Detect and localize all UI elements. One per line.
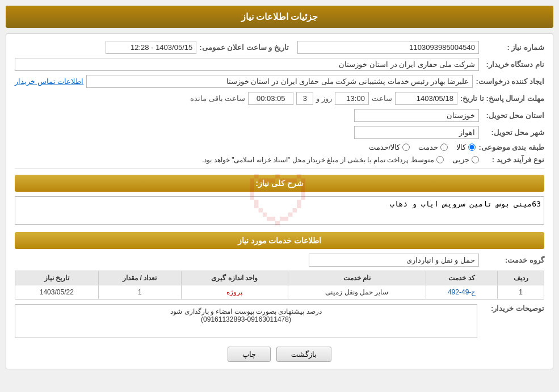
cell-index: 1 — [498, 285, 544, 300]
cell-name: سایر حمل ونقل زمینی — [288, 285, 426, 300]
print-button[interactable]: چاپ — [228, 347, 271, 362]
table-row: 1 ح-49-492 سایر حمل ونقل زمینی پروژه 1 1… — [15, 285, 544, 300]
buyer-notes-section: توصیحات خریدار: درصد پیشنهادی بصورت پیوس… — [15, 304, 544, 338]
creator-contact-link[interactable]: اطلاعات تماس خریدار — [15, 77, 83, 86]
section-need-description: شرح کلی نیاز: — [15, 175, 544, 192]
deadline-time: 13:00 — [335, 92, 369, 105]
divider-1 — [15, 168, 544, 169]
col-quantity: تعداد / مقدار — [98, 271, 181, 285]
purchase-type-options: جزیی متوسط — [411, 155, 479, 164]
section-services-title: اطلاعات خدمات مورد نیاز — [15, 232, 544, 249]
deadline-row: مهلت ارسال پاسخ: تا تاریخ: 1403/05/18 سا… — [15, 92, 544, 105]
purchase-motawaset-radio[interactable] — [436, 156, 444, 163]
province-label: استان محل تحویل: — [482, 111, 544, 120]
creator-row: ایجاد کننده درخواست: علیرضا بهادر رئیس خ… — [15, 75, 544, 88]
need-number-row: شماره نیاز : 1103093985004540 تاریخ و سا… — [15, 41, 544, 54]
purchase-jozee-radio[interactable] — [472, 156, 479, 163]
col-code: کد خدمت — [426, 271, 498, 285]
remaining-time: 00:03:05 — [248, 92, 293, 105]
deadline-label: مهلت ارسال پاسخ: تا تاریخ: — [460, 94, 544, 103]
footer-buttons: بازگشت چاپ — [15, 347, 544, 362]
col-name: نام خدمت — [288, 271, 426, 285]
creator-value: علیرضا بهادر رئیس خدمات پشتیبانی شرکت مل… — [86, 75, 473, 88]
province-row: استان محل تحویل: خوزستان — [15, 109, 544, 122]
buyer-org-row: نام دستگاه خریدار: شرکت ملی حفاری ایران … — [15, 58, 544, 71]
category-row: طبقه بندی موضوعی: کالا خدمت کالا/خدمت — [15, 143, 544, 151]
province-value: خوزستان — [354, 109, 479, 122]
city-label: شهر محل تحویل: — [482, 128, 544, 137]
need-number-value: 1103093985004540 — [297, 41, 479, 54]
remaining-suffix: ساعت باقی مانده — [190, 94, 245, 103]
col-date: تاریخ نیاز — [15, 271, 99, 285]
back-button[interactable]: بازگشت — [276, 347, 331, 362]
purchase-jozee-option[interactable]: جزیی — [452, 155, 479, 164]
service-group-row: گروه خدمت: حمل و نقل و انبارداری — [15, 254, 544, 267]
deadline-date: 1403/05/18 — [395, 92, 457, 105]
need-description-input[interactable] — [15, 196, 544, 225]
service-group-label: گروه خدمت: — [482, 256, 544, 264]
announce-value: 1403/05/15 - 12:28 — [106, 41, 196, 54]
time-label: ساعت — [372, 94, 392, 103]
need-number-label: شماره نیاز : — [482, 43, 544, 52]
category-khedmat-option[interactable]: خدمت — [418, 143, 448, 151]
announce-label: تاریخ و ساعت اعلان عمومی: — [199, 43, 289, 52]
category-options: کالا خدمت کالا/خدمت — [369, 143, 476, 151]
purchase-note: پرداخت تمام یا بخشی از مبلغ خریداز محل "… — [202, 156, 408, 164]
category-label: طبقه بندی موضوعی: — [478, 143, 544, 151]
days-label: روز و — [316, 94, 332, 103]
category-both-radio[interactable] — [402, 144, 410, 151]
cell-code: ح-49-492 — [426, 285, 498, 300]
col-unit: واحد اندازه گیری — [182, 271, 288, 285]
services-table-body: 1 ح-49-492 سایر حمل ونقل زمینی پروژه 1 1… — [15, 285, 544, 300]
services-table-header: ردیف کد خدمت نام خدمت واحد اندازه گیری ت… — [15, 271, 544, 285]
category-kala-radio[interactable] — [468, 144, 476, 151]
buyer-org-label: نام دستگاه خریدار: — [482, 60, 544, 69]
services-table: ردیف کد خدمت نام خدمت واحد اندازه گیری ت… — [15, 271, 544, 300]
purchase-type-label: نوع فرآیند خرید : — [482, 155, 544, 164]
category-kala-option[interactable]: کالا — [456, 143, 476, 151]
purchase-type-row: نوع فرآیند خرید : جزیی متوسط پرداخت تمام… — [15, 155, 544, 164]
creator-label: ایجاد کننده درخواست: — [476, 77, 544, 86]
cell-date: 1403/05/22 — [15, 285, 99, 300]
category-both-option[interactable]: کالا/خدمت — [369, 143, 410, 151]
category-khedmat-radio[interactable] — [440, 144, 448, 151]
city-value: اهواز — [354, 126, 479, 139]
cell-unit[interactable]: پروژه — [182, 285, 288, 300]
buyer-notes-label: توصیحات خریدار: — [482, 304, 544, 313]
need-description-container — [15, 196, 544, 226]
city-row: شهر محل تحویل: اهواز — [15, 126, 544, 139]
cell-quantity: 1 — [98, 285, 181, 300]
service-group-value: حمل و نقل و انبارداری — [309, 254, 479, 267]
col-index: ردیف — [498, 271, 544, 285]
deadline-days: 3 — [296, 92, 313, 105]
page-title: جزئیات اطلاعات نیاز — [6, 6, 553, 28]
buyer-notes-content: درصد پیشنهادی بصورت پیوست امضاء و بارگذا… — [15, 304, 477, 338]
buyer-org-value: شرکت ملی حفاری ایران در استان خوزستان — [15, 58, 479, 71]
purchase-motawaset-option[interactable]: متوسط — [411, 155, 444, 164]
